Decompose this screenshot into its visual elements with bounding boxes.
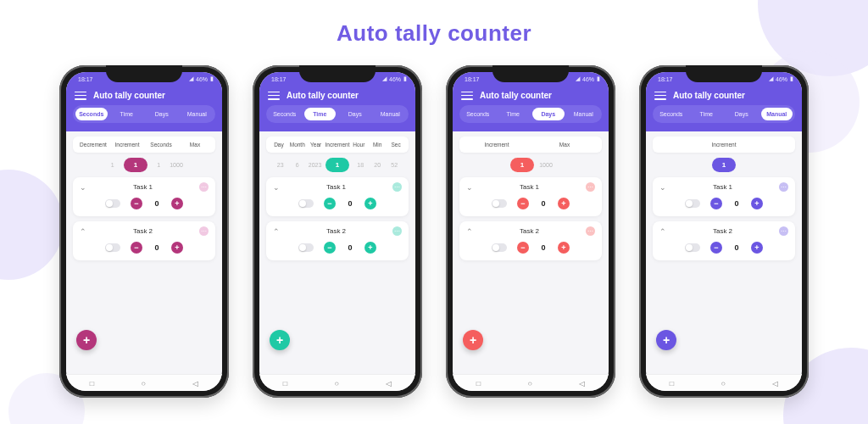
increment-button[interactable]: + <box>171 242 183 254</box>
android-navbar: □ ○ ◁ <box>453 374 609 391</box>
chevron-down-icon[interactable]: ⌄ <box>273 183 280 192</box>
task-card: ⌄ Task 1 ⋯ − 0 + <box>653 177 795 216</box>
more-icon[interactable]: ⋯ <box>586 182 595 192</box>
tab-manual[interactable]: Manual <box>181 108 214 120</box>
fab-add-button[interactable]: + <box>76 330 97 350</box>
decrement-button[interactable]: − <box>324 242 336 254</box>
tab-days[interactable]: Days <box>146 108 178 120</box>
chevron-down-icon[interactable]: ⌄ <box>466 183 473 192</box>
task-toggle[interactable] <box>685 243 700 252</box>
android-navbar: □ ○ ◁ <box>646 374 802 391</box>
nav-home-icon[interactable]: ○ <box>721 379 726 387</box>
chevron-up-icon[interactable]: ⌃ <box>466 227 473 236</box>
increment-pill[interactable]: 1 <box>712 158 736 172</box>
nav-home-icon[interactable]: ○ <box>335 379 339 387</box>
battery-icon: ▮ <box>210 75 214 82</box>
increment-button[interactable]: + <box>364 198 376 209</box>
more-icon[interactable]: ⋯ <box>199 226 209 236</box>
task-title: Task 1 <box>713 183 732 191</box>
nav-back-icon[interactable]: ◁ <box>772 379 778 387</box>
nav-home-icon[interactable]: ○ <box>142 379 146 387</box>
nav-recent-icon[interactable]: □ <box>670 379 674 387</box>
increment-button[interactable]: + <box>751 198 763 209</box>
menu-icon[interactable] <box>461 92 473 100</box>
chevron-up-icon[interactable]: ⌃ <box>80 227 86 236</box>
nav-back-icon[interactable]: ◁ <box>579 379 585 387</box>
increment-pill[interactable]: 1 <box>510 158 534 172</box>
tab-time[interactable]: Time <box>691 108 723 120</box>
tab-manual[interactable]: Manual <box>375 108 407 120</box>
tab-time[interactable]: Time <box>304 108 337 120</box>
chevron-down-icon[interactable]: ⌄ <box>659 183 666 192</box>
decrement-button[interactable]: − <box>710 242 722 254</box>
signal-icon: ◢ <box>189 75 193 82</box>
nav-back-icon[interactable]: ◁ <box>192 379 198 387</box>
chevron-up-icon[interactable]: ⌃ <box>273 227 280 236</box>
task-toggle[interactable] <box>298 243 314 252</box>
battery-text: 46% <box>582 76 594 82</box>
decrement-button[interactable]: − <box>517 242 529 254</box>
task-toggle[interactable] <box>492 199 507 208</box>
nav-back-icon[interactable]: ◁ <box>386 379 392 387</box>
more-icon[interactable]: ⋯ <box>779 226 788 236</box>
task-card: ⌄ Task 1 ⋯ − 0 + <box>73 177 215 216</box>
decrement-button[interactable]: − <box>131 198 142 209</box>
increment-pill[interactable]: 1 <box>124 158 147 172</box>
tab-seconds[interactable]: Seconds <box>655 108 687 120</box>
status-bar: 18:17 ◢46%▮ <box>453 72 609 86</box>
task-value: 0 <box>344 199 356 208</box>
increment-button[interactable]: + <box>558 198 570 209</box>
increment-button[interactable]: + <box>364 242 376 254</box>
more-icon[interactable]: ⋯ <box>392 182 402 192</box>
task-toggle[interactable] <box>105 199 120 208</box>
tab-seconds[interactable]: Seconds <box>462 108 494 120</box>
increment-pill[interactable]: 1 <box>326 158 349 172</box>
fab-add-button[interactable]: + <box>463 330 483 350</box>
more-icon[interactable]: ⋯ <box>779 182 788 192</box>
more-icon[interactable]: ⋯ <box>392 226 402 236</box>
tab-bar: SecondsTimeDaysManual <box>653 105 795 123</box>
task-value: 0 <box>151 243 163 252</box>
decrement-button[interactable]: − <box>131 242 142 254</box>
nav-home-icon[interactable]: ○ <box>528 379 532 387</box>
chevron-down-icon[interactable]: ⌄ <box>80 183 86 192</box>
more-icon[interactable]: ⋯ <box>199 182 209 192</box>
task-toggle[interactable] <box>298 199 314 208</box>
decrement-button[interactable]: − <box>324 198 336 209</box>
increment-button[interactable]: + <box>171 198 183 209</box>
task-title: Task 1 <box>326 183 346 191</box>
task-value: 0 <box>151 199 163 208</box>
signal-icon: ◢ <box>769 75 773 82</box>
phone-mockup: 18:17 ◢46%▮ Auto tally counter SecondsTi… <box>253 65 422 398</box>
tab-seconds[interactable]: Seconds <box>269 108 301 120</box>
menu-icon[interactable] <box>75 92 86 100</box>
tab-manual[interactable]: Manual <box>761 108 793 120</box>
tab-days[interactable]: Days <box>726 108 758 120</box>
nav-recent-icon[interactable]: □ <box>90 379 94 387</box>
nav-recent-icon[interactable]: □ <box>283 379 287 387</box>
decrement-button[interactable]: − <box>710 198 722 209</box>
task-card: ⌃ Task 2 ⋯ − 0 + <box>653 221 795 260</box>
tab-manual[interactable]: Manual <box>568 108 600 120</box>
fab-add-button[interactable]: + <box>270 330 290 350</box>
tab-time[interactable]: Time <box>498 108 530 120</box>
task-toggle[interactable] <box>685 199 700 208</box>
menu-icon[interactable] <box>268 92 280 100</box>
chevron-up-icon[interactable]: ⌃ <box>659 227 666 236</box>
tab-seconds[interactable]: Seconds <box>75 108 108 120</box>
tab-days[interactable]: Days <box>532 108 565 120</box>
page-title: Auto tally counter <box>0 0 868 47</box>
column-header: Increment <box>110 142 144 148</box>
more-icon[interactable]: ⋯ <box>586 226 595 236</box>
tab-time[interactable]: Time <box>111 108 143 120</box>
nav-recent-icon[interactable]: □ <box>476 379 481 387</box>
tab-bar: SecondsTimeDaysManual <box>459 105 602 123</box>
fab-add-button[interactable]: + <box>656 330 676 350</box>
menu-icon[interactable] <box>654 92 666 100</box>
task-toggle[interactable] <box>492 243 507 252</box>
tab-days[interactable]: Days <box>339 108 371 120</box>
increment-button[interactable]: + <box>751 242 763 254</box>
task-toggle[interactable] <box>105 243 120 252</box>
increment-button[interactable]: + <box>558 242 570 254</box>
decrement-button[interactable]: − <box>517 198 529 209</box>
